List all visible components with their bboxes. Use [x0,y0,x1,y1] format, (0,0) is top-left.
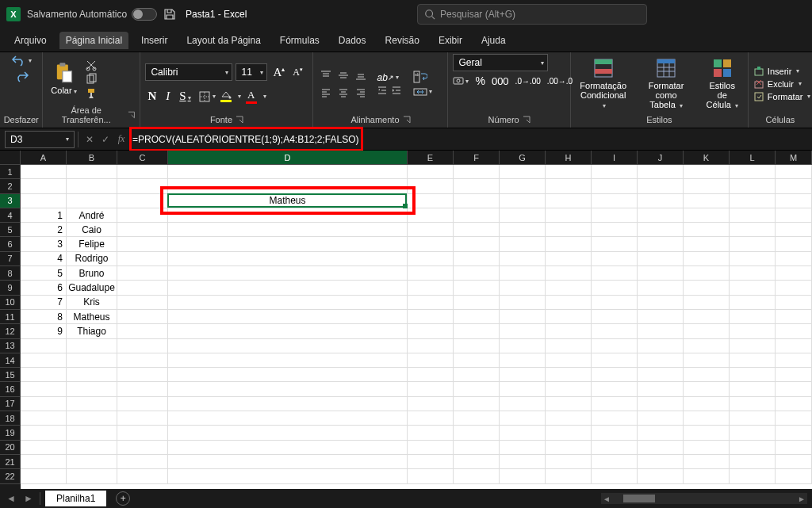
align-bottom-icon[interactable] [353,67,369,83]
cell[interactable] [730,165,776,179]
cell[interactable] [776,324,812,338]
cell[interactable] [684,324,730,338]
cell[interactable] [500,469,546,483]
col-header-K[interactable]: K [684,151,730,165]
cell[interactable] [21,455,67,469]
cell[interactable] [546,426,592,440]
dialog-launcher-icon[interactable] [523,116,530,124]
cell[interactable] [776,165,812,179]
cell[interactable] [500,179,546,193]
cell[interactable] [638,411,684,426]
cell[interactable] [730,397,776,411]
delete-cells-button[interactable]: Excluir▾ [753,78,811,90]
cell[interactable]: 6 [21,281,67,295]
cell[interactable] [592,296,638,310]
cell[interactable] [546,281,592,295]
cell[interactable] [776,426,812,440]
save-icon[interactable] [163,8,176,21]
cell[interactable] [638,310,684,324]
cell[interactable] [67,165,117,179]
cell[interactable] [500,441,546,455]
cell[interactable] [546,223,592,237]
cell[interactable] [117,310,168,324]
cell[interactable] [730,441,776,455]
cell[interactable] [500,252,546,266]
decrease-decimal-icon[interactable]: .00→.0 [547,77,573,86]
cell[interactable] [117,223,168,237]
cancel-formula-icon[interactable]: ✕ [82,132,98,147]
cell[interactable] [21,165,67,179]
cell[interactable] [776,194,812,208]
align-right-icon[interactable] [353,85,369,101]
cell[interactable] [454,339,500,353]
cell[interactable] [776,252,812,266]
font-size-select[interactable]: 11▾ [236,63,267,81]
cell[interactable] [168,324,408,338]
cell[interactable] [592,411,638,426]
cell[interactable] [592,324,638,338]
cell[interactable] [684,441,730,455]
cell[interactable] [21,469,67,483]
cell[interactable] [408,252,454,266]
cell[interactable] [638,441,684,455]
cell[interactable] [500,266,546,281]
cell[interactable] [500,310,546,324]
cell[interactable]: 9 [21,324,67,338]
cell[interactable] [408,339,454,353]
cell[interactable] [454,194,500,208]
cell[interactable] [546,411,592,426]
borders-button[interactable]: ▾ [198,90,216,103]
cell[interactable] [168,165,408,179]
undo-button[interactable]: ▾ [11,54,32,67]
cell[interactable] [638,208,684,223]
cell[interactable] [638,339,684,353]
cell[interactable] [776,237,812,251]
cell[interactable]: Bruno [67,266,117,281]
row-header-14[interactable]: 14 [0,353,21,368]
cell[interactable] [21,353,67,368]
cell[interactable] [730,296,776,310]
cell[interactable] [730,194,776,208]
cell[interactable] [592,266,638,281]
cell[interactable] [592,310,638,324]
row-header-3[interactable]: 3 [0,194,21,208]
cell[interactable] [776,368,812,382]
row-header-4[interactable]: 4 [0,208,21,223]
next-sheet-icon[interactable]: ► [22,492,35,505]
col-header-I[interactable]: I [592,151,638,165]
cut-icon[interactable] [85,59,98,71]
cell[interactable] [168,426,408,440]
cell[interactable] [168,252,408,266]
cell[interactable] [454,411,500,426]
cell[interactable] [684,252,730,266]
cell[interactable] [546,179,592,193]
cell[interactable] [408,281,454,295]
cell[interactable] [408,266,454,281]
cell[interactable] [592,223,638,237]
cell[interactable] [117,252,168,266]
cell[interactable] [67,441,117,455]
cell[interactable] [638,382,684,396]
row-header-16[interactable]: 16 [0,382,21,396]
cell[interactable] [638,266,684,281]
tab-página-inicial[interactable]: Página Inicial [59,32,128,49]
cell[interactable] [776,281,812,295]
cell[interactable] [592,179,638,193]
row-header-15[interactable]: 15 [0,368,21,382]
cell[interactable] [776,469,812,483]
cell[interactable] [730,426,776,440]
currency-button[interactable]: ▾ [453,75,469,86]
cell[interactable] [776,179,812,193]
cell[interactable]: 1 [21,208,67,223]
cell[interactable] [638,368,684,382]
cell[interactable] [592,426,638,440]
cell[interactable] [117,426,168,440]
cell[interactable]: 2 [21,223,67,237]
cell[interactable] [500,455,546,469]
cell[interactable] [546,266,592,281]
cell[interactable]: 3 [21,237,67,251]
cell[interactable] [546,339,592,353]
cell[interactable] [117,194,168,208]
tab-ajuda[interactable]: Ajuda [475,32,512,49]
cell[interactable] [592,281,638,295]
